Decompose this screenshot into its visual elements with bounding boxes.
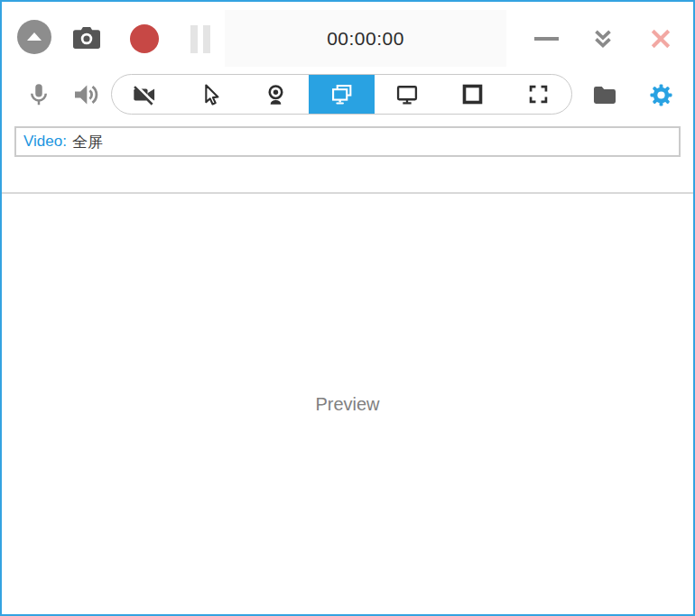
window-square-icon	[460, 82, 485, 106]
dual-monitors-icon	[329, 82, 356, 107]
mode-camera-off[interactable]	[112, 75, 178, 114]
mode-fullscreen[interactable]	[505, 75, 571, 114]
video-source-field[interactable]: Video: 全屏	[14, 126, 681, 157]
microphone-icon	[25, 80, 52, 109]
video-source-value: 全屏	[72, 132, 103, 152]
settings-button[interactable]	[645, 79, 676, 110]
record-icon	[130, 24, 159, 53]
preview-area: Preview	[2, 194, 693, 614]
screenshot-button[interactable]	[70, 23, 103, 55]
mode-cursor[interactable]	[178, 75, 244, 114]
double-chevron-down-icon	[589, 25, 616, 52]
close-icon	[647, 25, 674, 52]
timer-display: 00:00:00	[327, 28, 404, 50]
mode-monitor[interactable]	[375, 75, 440, 114]
mode-webcam[interactable]	[243, 75, 309, 114]
pause-icon	[203, 25, 210, 53]
timer-panel: 00:00:00	[225, 10, 506, 67]
minimize-icon	[534, 37, 559, 41]
pause-icon	[190, 25, 198, 53]
pause-button[interactable]	[185, 23, 216, 54]
menu-button[interactable]	[17, 20, 51, 54]
corner-brackets-icon	[526, 82, 551, 106]
close-button[interactable]	[645, 23, 676, 54]
gear-icon	[648, 82, 674, 108]
folder-icon	[591, 83, 618, 107]
mode-display-duplicate[interactable]	[309, 75, 375, 114]
recorder-window: 00:00:00	[0, 0, 695, 616]
monitor-icon	[394, 82, 421, 107]
open-folder-button[interactable]	[589, 79, 620, 110]
speaker-button[interactable]	[70, 79, 101, 110]
triangle-up-icon	[27, 32, 42, 41]
mode-window[interactable]	[440, 75, 506, 114]
minimize-button[interactable]	[531, 23, 561, 54]
mouse-pointer-icon	[198, 82, 223, 107]
capture-mode-toolbar	[111, 74, 572, 115]
video-camera-slash-icon	[131, 82, 158, 107]
collapse-button[interactable]	[588, 23, 618, 54]
record-button[interactable]	[129, 23, 160, 54]
video-source-label: Video:	[23, 133, 67, 151]
camera-icon	[71, 25, 102, 52]
webcam-icon	[264, 82, 288, 107]
microphone-button[interactable]	[23, 79, 53, 110]
speaker-icon	[71, 80, 100, 109]
preview-placeholder-text: Preview	[315, 394, 379, 415]
